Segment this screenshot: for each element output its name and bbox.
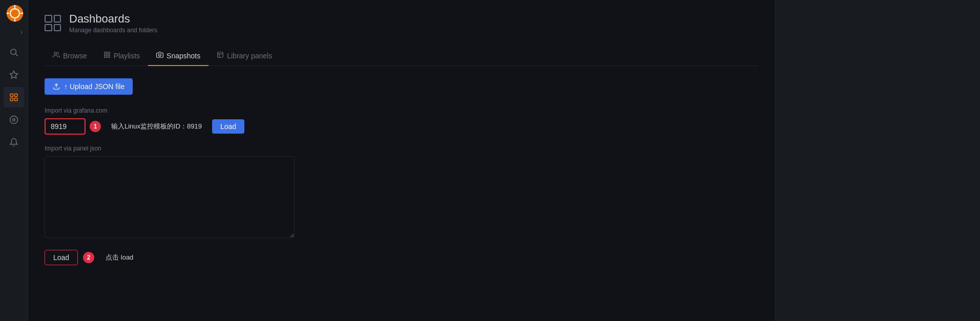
import-grafana-label: Import via grafana.com: [45, 107, 659, 114]
page-title: Dashboards: [69, 12, 157, 26]
annotation-badge-1: 1: [90, 121, 101, 132]
svg-rect-17: [108, 52, 110, 54]
svg-line-7: [15, 54, 17, 56]
svg-point-6: [11, 49, 16, 55]
sidebar-item-dashboards[interactable]: [4, 87, 24, 108]
import-grafana-section: Import via grafana.com 1 输入Linux监控模板的ID：…: [45, 107, 659, 135]
tab-library-panels[interactable]: Library panels: [208, 46, 280, 66]
svg-rect-21: [218, 52, 223, 58]
tab-playlists[interactable]: Playlists: [95, 46, 148, 66]
grafana-load-button[interactable]: Load: [212, 119, 244, 134]
import-grafana-row: 1 输入Linux监控模板的ID：8919 Load: [45, 118, 659, 135]
content-area: ↑ Upload JSON file Import via grafana.co…: [45, 78, 659, 265]
library-panels-tab-icon: [217, 51, 224, 60]
tab-snapshots[interactable]: Snapshots: [148, 46, 208, 66]
tab-snapshots-label: Snapshots: [166, 52, 200, 60]
main-content: Dashboards Manage dashboards and folders…: [28, 0, 775, 321]
svg-rect-19: [108, 55, 110, 57]
playlists-tab-icon: [103, 51, 111, 60]
import-panel-json-section: Import via panel json: [45, 145, 659, 240]
sidebar: ›: [0, 0, 28, 321]
sidebar-item-alerting[interactable]: [4, 132, 24, 153]
snapshots-tab-icon: [156, 51, 163, 60]
sidebar-item-search[interactable]: [4, 42, 24, 62]
annotation-tooltip-1: 输入Linux监控模板的ID：8919: [105, 119, 208, 134]
svg-point-20: [159, 54, 161, 56]
page-header: Dashboards Manage dashboards and folders: [45, 12, 759, 34]
page-subtitle: Manage dashboards and folders: [69, 27, 157, 34]
tabs-bar: Browse Playlists Snapshots Library panel…: [45, 46, 759, 66]
upload-btn-label: ↑ Upload JSON file: [64, 82, 124, 91]
upload-json-button[interactable]: ↑ Upload JSON file: [45, 78, 133, 95]
svg-rect-9: [10, 94, 13, 96]
svg-point-13: [10, 116, 18, 124]
svg-point-14: [13, 119, 15, 121]
sidebar-collapse-button[interactable]: ›: [18, 27, 25, 38]
tab-browse[interactable]: Browse: [45, 46, 95, 66]
svg-rect-10: [15, 94, 17, 96]
sidebar-logo: [6, 4, 22, 20]
page-header-text: Dashboards Manage dashboards and folders: [69, 12, 157, 34]
sidebar-toggle-area: ›: [0, 27, 28, 38]
bottom-load-row: Load 2 点击 load: [45, 250, 659, 265]
sidebar-item-starred[interactable]: [4, 65, 24, 85]
annotation-badge-2: 2: [83, 252, 94, 263]
tab-library-panels-label: Library panels: [227, 52, 272, 60]
svg-point-15: [54, 52, 57, 55]
browse-tab-icon: [53, 51, 60, 60]
svg-rect-11: [10, 98, 13, 101]
svg-marker-8: [10, 71, 18, 78]
panel-json-textarea[interactable]: [45, 156, 295, 238]
svg-rect-12: [15, 98, 17, 101]
svg-rect-18: [104, 55, 106, 57]
tab-playlists-label: Playlists: [114, 52, 140, 60]
annotation-tooltip-2: 点击 load: [99, 250, 139, 265]
sidebar-item-explore[interactable]: [4, 110, 24, 130]
dashboards-icon: [45, 15, 61, 31]
bottom-load-button[interactable]: Load: [45, 250, 78, 265]
svg-rect-16: [104, 52, 106, 54]
tab-browse-label: Browse: [63, 52, 87, 60]
import-panel-json-label: Import via panel json: [45, 145, 659, 152]
grafana-id-input[interactable]: [45, 118, 86, 135]
upload-icon: [53, 83, 60, 90]
right-panel: [775, 0, 980, 321]
